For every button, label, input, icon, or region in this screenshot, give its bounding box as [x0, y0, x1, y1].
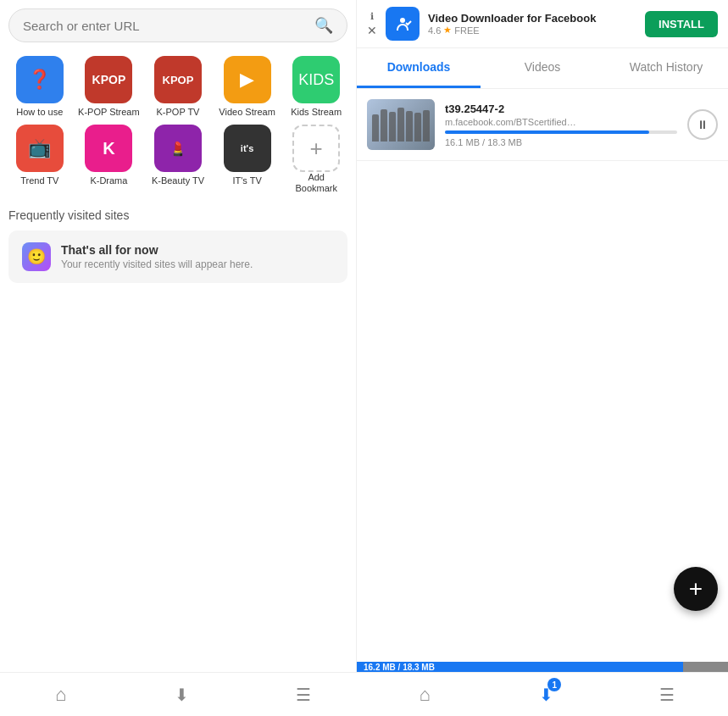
bookmarks-grid: ❓ How to use KPOP K-POP Stream KPOP K-PO… [8, 56, 347, 195]
menu-left-icon: ☰ [296, 685, 311, 705]
bookmark-kpop-tv[interactable]: KPOP K-POP TV [147, 56, 209, 118]
add-bookmark-icon: + [292, 125, 340, 172]
tabs: Downloads Videos Watch History [357, 48, 728, 89]
bookmark-kpop-tv-icon: KPOP [154, 56, 202, 103]
ad-close-icon[interactable]: ✕ [367, 24, 377, 37]
home-right-icon: ⌂ [419, 684, 430, 706]
bookmark-its-tv-icon: it's [224, 125, 271, 172]
bookmark-trend-tv-icon: 📺 [16, 125, 64, 172]
bookmark-its-tv[interactable]: it's IT's TV [216, 125, 279, 194]
bookmark-how-to-use-icon: ❓ [16, 56, 64, 103]
nav-menu-right[interactable]: ☰ [607, 673, 728, 716]
nav-menu-left[interactable]: ☰ [242, 673, 364, 716]
empty-state-text: That's all for now Your recently visited… [61, 243, 253, 270]
bookmark-kids-stream-label: Kids Stream [291, 107, 342, 118]
bookmark-its-tv-label: IT's TV [232, 175, 261, 186]
bookmark-video-stream-icon: ▶ [224, 56, 271, 103]
bookmark-trend-tv-label: Trend TV [20, 175, 58, 186]
bottom-progress-remaining [683, 662, 728, 672]
bookmark-k-beauty-tv[interactable]: 💄 K-Beauty TV [147, 125, 209, 194]
home-left-icon: ⌂ [55, 684, 66, 706]
add-bookmark[interactable]: + AddBookmark [285, 125, 347, 194]
ad-rating: 4.6 ★ FREE [428, 25, 636, 36]
bookmark-kids-stream[interactable]: KIDS Kids Stream [285, 56, 347, 118]
bookmark-k-drama-label: K-Drama [90, 175, 127, 186]
empty-state-subtitle: Your recently visited sites will appear … [61, 258, 253, 270]
nav-badge: 1 [547, 678, 561, 691]
ad-star: ★ [443, 25, 452, 36]
download-size: 16.1 MB / 18.3 MB [445, 137, 677, 147]
download-title: t39.25447-2 [445, 103, 677, 115]
bottom-nav: ⌂ ⬇ ☰ ⌂ ⬇ 1 ☰ [0, 672, 728, 716]
bottom-progress-label: 16.2 MB / 18.3 MB [357, 662, 683, 672]
bookmark-how-to-use-label: How to use [16, 107, 63, 118]
download-thumbnail [367, 99, 435, 150]
bookmark-kids-stream-icon: KIDS [292, 56, 340, 103]
fab-add-button[interactable]: + [674, 567, 718, 611]
ad-install-button[interactable]: INSTALL [645, 11, 718, 37]
ad-title: Video Downloader for Facebook [428, 12, 636, 25]
add-bookmark-label: AddBookmark [295, 172, 337, 194]
download-progress-bar [445, 130, 677, 134]
download-item: t39.25447-2 m.facebook.com/BTScertifiedA… [357, 89, 728, 161]
tab-downloads[interactable]: Downloads [357, 48, 481, 88]
thumbnail-silhouette [372, 108, 430, 142]
nav-home-left[interactable]: ⌂ [0, 673, 121, 716]
svg-point-0 [400, 18, 405, 23]
ad-text: Video Downloader for Facebook 4.6 ★ FREE [428, 12, 636, 36]
empty-state-title: That's all for now [61, 243, 253, 257]
bookmark-kpop-tv-label: K-POP TV [157, 107, 200, 118]
tab-videos[interactable]: Videos [481, 48, 604, 88]
bookmark-video-stream[interactable]: ▶ Video Stream [216, 56, 279, 118]
download-url: m.facebook.com/BTScertifiedAR... [445, 117, 581, 127]
left-panel: 🔍 ❓ How to use KPOP K-POP Stream KPOP K-… [0, 0, 356, 672]
search-button[interactable]: 🔍 [314, 16, 333, 35]
bookmark-kpop-stream-label: K-POP Stream [78, 107, 140, 118]
bookmark-how-to-use[interactable]: ❓ How to use [8, 56, 71, 118]
download-info: t39.25447-2 m.facebook.com/BTScertifiedA… [445, 103, 677, 147]
bottom-progress-bar: 16.2 MB / 18.3 MB [357, 662, 728, 672]
bookmark-video-stream-label: Video Stream [219, 107, 275, 118]
ad-info-icon[interactable]: ℹ [370, 11, 374, 22]
pause-button[interactable]: ⏸ [687, 109, 718, 140]
bookmark-trend-tv[interactable]: 📺 Trend TV [8, 125, 71, 194]
tab-watch-history[interactable]: Watch History [604, 48, 728, 88]
nav-home-right[interactable]: ⌂ [364, 673, 486, 716]
search-input[interactable] [23, 19, 314, 33]
bookmark-k-drama[interactable]: K K-Drama [78, 125, 141, 194]
bookmark-kpop-stream[interactable]: KPOP K-POP Stream [78, 56, 141, 118]
nav-download-left[interactable]: ⬇ [121, 673, 242, 716]
frequently-visited-title: Frequently visited sites [8, 208, 347, 222]
bookmark-kpop-stream-icon: KPOP [85, 56, 132, 103]
bookmark-k-beauty-tv-label: K-Beauty TV [152, 175, 204, 186]
bookmark-k-beauty-tv-icon: 💄 [154, 125, 202, 172]
ad-app-icon [386, 7, 420, 41]
ad-banner: ℹ ✕ Video Downloader for Facebook 4.6 ★ … [357, 0, 728, 48]
smiley-icon: 🙂 [22, 242, 51, 271]
right-panel: ℹ ✕ Video Downloader for Facebook 4.6 ★ … [356, 0, 728, 672]
empty-state-card: 🙂 That's all for now Your recently visit… [8, 230, 347, 283]
search-bar[interactable]: 🔍 [8, 8, 347, 42]
nav-download-right[interactable]: ⬇ 1 [486, 673, 607, 716]
menu-right-icon: ☰ [659, 685, 675, 705]
right-panel-body: t39.25447-2 m.facebook.com/BTScertifiedA… [357, 89, 728, 662]
bookmark-k-drama-icon: K [85, 125, 132, 172]
download-left-icon: ⬇ [175, 685, 189, 705]
download-progress-fill [445, 130, 649, 134]
